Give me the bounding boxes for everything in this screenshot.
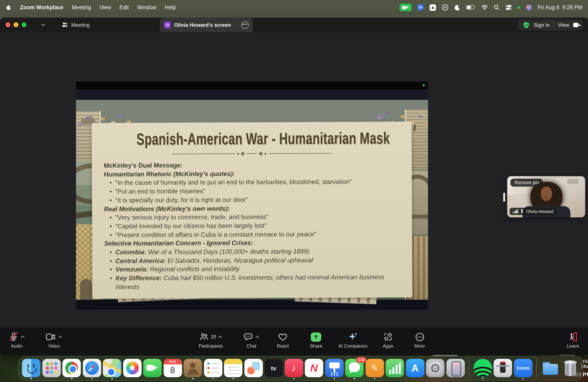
playback-menubar-icon[interactable] bbox=[441, 4, 448, 11]
screen: _rica Shot 7.33 PM Zoom Workplace Meetin… bbox=[0, 0, 588, 382]
video-camera-icon bbox=[46, 332, 56, 341]
dock-chrome[interactable] bbox=[63, 359, 81, 380]
chat-button[interactable]: Chat bbox=[243, 331, 260, 348]
pinned-video-olivia-howard[interactable]: Remove pin Olivia Howard bbox=[507, 176, 585, 217]
chevron-down-icon[interactable] bbox=[41, 23, 46, 27]
participants-count: 20 bbox=[211, 334, 216, 340]
slide-bullet: •"Present condition of affairs in Cuba i… bbox=[104, 229, 402, 239]
trash-app-icon bbox=[561, 359, 580, 377]
dock-iphone[interactable] bbox=[446, 359, 465, 380]
siri-icon[interactable] bbox=[525, 4, 532, 11]
menubar-app-name[interactable]: Zoom Workplace bbox=[20, 4, 63, 10]
connection-signal-icon bbox=[513, 209, 518, 213]
menubar-menu-view[interactable]: View bbox=[99, 4, 111, 10]
share-label: Share bbox=[310, 344, 322, 348]
sign-in-button[interactable]: Sign in bbox=[534, 22, 550, 28]
spotify-app-icon bbox=[473, 359, 492, 377]
camera-active-indicator[interactable] bbox=[399, 4, 412, 11]
dock-photos[interactable] bbox=[123, 359, 141, 380]
news-app-icon: N bbox=[305, 359, 323, 377]
chevron-up-icon[interactable] bbox=[255, 335, 260, 339]
wifi-icon[interactable] bbox=[481, 5, 488, 10]
minimize-window-button[interactable] bbox=[14, 22, 18, 27]
dock-pages[interactable]: ✎ bbox=[365, 359, 384, 380]
dock-notes[interactable] bbox=[224, 359, 242, 380]
dropover-menubar-icon[interactable] bbox=[430, 4, 436, 11]
share-button[interactable]: Share bbox=[310, 331, 322, 348]
battery-icon[interactable] bbox=[466, 5, 476, 10]
dock-contacts[interactable] bbox=[184, 359, 202, 380]
apps-button[interactable]: Apps bbox=[383, 331, 393, 348]
menubar-menu-window[interactable]: Window bbox=[137, 4, 156, 10]
participants-button[interactable]: 20 Participants bbox=[199, 331, 223, 348]
menubar-menu-help[interactable]: Help bbox=[165, 4, 176, 10]
apple-menu-icon[interactable] bbox=[6, 4, 12, 11]
chevron-up-icon[interactable] bbox=[218, 335, 222, 339]
react-label: React bbox=[277, 344, 289, 348]
dock-numbers[interactable] bbox=[386, 359, 404, 380]
participant-name: Olivia Howard bbox=[526, 209, 554, 214]
contacts-app-icon bbox=[184, 359, 202, 377]
react-button[interactable]: React bbox=[277, 331, 289, 348]
video-button[interactable]: Video bbox=[46, 331, 63, 348]
dock-settings[interactable]: ⚙ bbox=[426, 359, 444, 380]
audio-button[interactable]: Audio bbox=[9, 331, 25, 348]
menubar-menu-meeting[interactable]: Meeting bbox=[72, 4, 91, 10]
dock-zoomapp[interactable]: zoom bbox=[514, 359, 532, 380]
dock-facetime[interactable] bbox=[143, 359, 162, 380]
dock-downloads[interactable] bbox=[541, 359, 559, 380]
slide-bullet: •Central America: El Salvador, Honduras,… bbox=[104, 255, 402, 265]
tab-meeting[interactable]: Meeting bbox=[62, 22, 90, 28]
dock-spotify[interactable] bbox=[473, 359, 492, 380]
dock-keynote[interactable] bbox=[325, 359, 343, 380]
dock-news[interactable]: N bbox=[305, 359, 323, 380]
running-indicator-dot bbox=[482, 378, 483, 379]
view-button[interactable]: View bbox=[558, 22, 569, 28]
zoom-window: Meeting O Olivia Howard's screen ••• Sig… bbox=[0, 18, 588, 355]
chat-label: Chat bbox=[247, 344, 256, 348]
spotlight-search-icon[interactable] bbox=[494, 4, 500, 10]
settings-app-icon: ⚙ bbox=[426, 359, 444, 377]
people-icon bbox=[62, 22, 68, 28]
chevron-up-icon[interactable] bbox=[21, 335, 25, 339]
dock-appstore[interactable]: A bbox=[406, 359, 424, 380]
remove-pin-button[interactable]: Remove pin bbox=[510, 179, 543, 187]
slide-ornament-divider bbox=[172, 152, 332, 155]
close-window-button[interactable] bbox=[6, 22, 10, 27]
pages-app-icon: ✎ bbox=[365, 359, 384, 377]
more-button[interactable]: More bbox=[414, 331, 425, 348]
dock-messages[interactable]: 178 bbox=[345, 359, 364, 380]
dock-calendar[interactable]: AUG8 bbox=[163, 359, 182, 380]
zoom-menubar-icon[interactable]: zm bbox=[417, 4, 424, 11]
dock-audiomix[interactable] bbox=[494, 359, 512, 380]
dock-finder[interactable] bbox=[22, 359, 41, 380]
dock-appletv[interactable]: tv bbox=[264, 359, 283, 380]
running-indicator-dot bbox=[111, 378, 113, 379]
shared-screen: Spanish-American War - Humanitarian Mask… bbox=[76, 81, 428, 310]
microphone-muted-icon bbox=[9, 332, 18, 342]
status-dot bbox=[423, 84, 425, 86]
focus-moon-icon[interactable] bbox=[454, 4, 461, 11]
pip-drag-handle[interactable] bbox=[503, 192, 505, 202]
shared-screen-top-bar bbox=[76, 81, 428, 90]
dock-maps[interactable] bbox=[103, 359, 121, 380]
leave-button[interactable]: Leave bbox=[567, 331, 579, 348]
dock-music[interactable]: ♪ bbox=[285, 359, 303, 380]
dock-launchpad[interactable] bbox=[42, 359, 61, 380]
dock-reminders[interactable] bbox=[204, 359, 222, 380]
video-label: Video bbox=[48, 344, 60, 348]
menu-bar: Zoom Workplace MeetingViewEditWindowHelp… bbox=[0, 0, 588, 15]
ai-companion-button[interactable]: AI Companion bbox=[338, 331, 368, 348]
control-center-icon[interactable] bbox=[505, 4, 512, 10]
dock-trash[interactable] bbox=[561, 359, 580, 380]
dock-freeform[interactable] bbox=[244, 359, 263, 380]
tab-options-ellipsis-icon[interactable]: ••• bbox=[241, 21, 249, 29]
tab-olivia-howard-screen[interactable]: O Olivia Howard's screen ••• bbox=[160, 18, 253, 32]
view-layout-icon[interactable] bbox=[573, 23, 578, 27]
menubar-clock[interactable]: Fri Aug 8 9:28 PM bbox=[538, 4, 582, 10]
menubar-menu-edit[interactable]: Edit bbox=[119, 4, 129, 10]
dock-safari[interactable] bbox=[83, 359, 101, 380]
chevron-up-icon[interactable] bbox=[58, 335, 63, 339]
slide-bullet: •"Put an end to horrible miseries" bbox=[104, 186, 401, 196]
zoom-window-button[interactable] bbox=[21, 22, 26, 27]
